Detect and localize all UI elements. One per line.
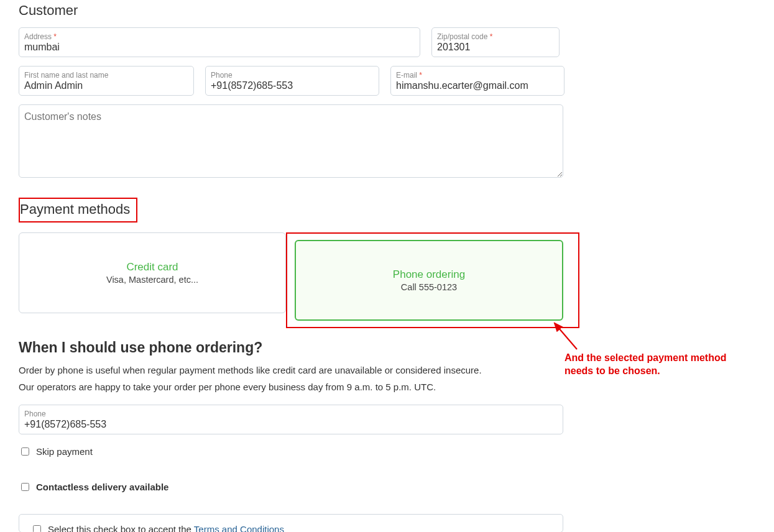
skip-payment-label: Skip payment — [36, 446, 93, 457]
terms-row[interactable]: Select this check box to accept the Term… — [30, 523, 551, 532]
zip-field-wrap[interactable]: Zip/postal code * — [431, 27, 560, 57]
contactless-checkbox[interactable] — [21, 483, 29, 491]
address-label: Address * — [24, 33, 415, 40]
phone-ordering-info-p2: Our operators are happy to take your ord… — [19, 382, 755, 392]
payment-phone-input[interactable] — [24, 419, 558, 430]
skip-payment-row[interactable]: Skip payment — [19, 446, 755, 457]
payment-phone-field-wrap[interactable]: Phone — [19, 405, 563, 434]
payment-phone-label: Phone — [24, 410, 558, 418]
notes-textarea[interactable] — [24, 111, 558, 168]
name-label: First name and last name — [24, 71, 188, 79]
zip-input[interactable] — [437, 42, 554, 53]
payment-method-phone-ordering[interactable]: Phone ordering Call 555-0123 — [295, 240, 563, 321]
phone-input[interactable] — [211, 80, 374, 91]
address-field-wrap[interactable]: Address * — [19, 27, 420, 57]
phone-field-wrap[interactable]: Phone — [205, 66, 379, 96]
skip-payment-checkbox[interactable] — [21, 447, 29, 456]
payment-method-name: Credit card — [126, 261, 178, 273]
terms-checkbox[interactable] — [33, 525, 41, 532]
name-input[interactable] — [24, 80, 188, 91]
customer-section-title: Customer — [19, 2, 755, 19]
email-field-wrap[interactable]: E-mail * — [390, 66, 564, 96]
payment-methods-title-highlight: Payment methods — [19, 198, 137, 222]
payment-method-selected-highlight: Phone ordering Call 555-0123 — [286, 232, 579, 328]
payment-method-credit-card[interactable]: Credit card Visa, Mastercard, etc... — [19, 232, 286, 313]
zip-label: Zip/postal code * — [437, 33, 554, 40]
contactless-row[interactable]: Contactless delivery available — [19, 481, 755, 493]
address-input[interactable] — [24, 42, 415, 53]
payment-method-sub: Call 555-0123 — [401, 282, 457, 292]
payment-method-name: Phone ordering — [393, 268, 465, 281]
notes-field-wrap[interactable] — [19, 104, 563, 178]
terms-link[interactable]: Terms and Conditions — [194, 524, 284, 532]
terms-text: Select this check box to accept the Term… — [48, 524, 284, 532]
contactless-label: Contactless delivery available — [36, 482, 168, 492]
terms-box: Select this check box to accept the Term… — [19, 514, 563, 532]
phone-label: Phone — [211, 71, 374, 79]
phone-ordering-info-p1: Order by phone is useful when regular pa… — [19, 365, 755, 375]
payment-methods-title: Payment methods — [20, 201, 130, 218]
name-field-wrap[interactable]: First name and last name — [19, 66, 194, 96]
email-label: E-mail * — [396, 71, 559, 79]
email-input[interactable] — [396, 80, 559, 91]
payment-method-sub: Visa, Mastercard, etc... — [106, 275, 198, 285]
phone-ordering-info-title: When I should use phone ordering? — [19, 339, 755, 356]
